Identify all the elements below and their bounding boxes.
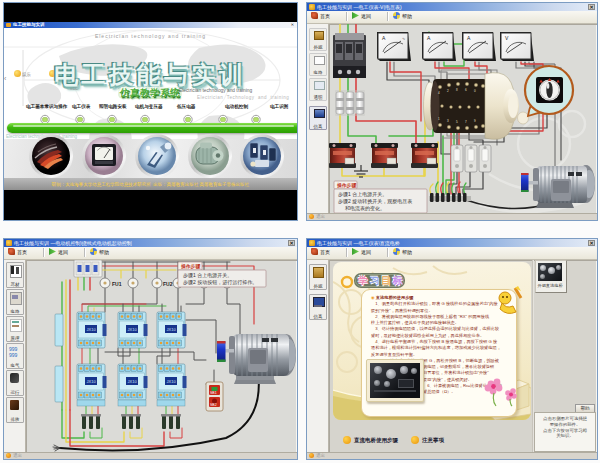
svg-text:步骤1 合上电源开关。: 步骤1 合上电源开关。 [338,191,387,198]
svg-text:操作步骤: 操作步骤 [180,263,200,270]
svg-text:和电流表的变化。: 和电流表的变化。 [345,205,385,212]
svg-text:SB2: SB2 [210,403,217,407]
svg-text:∿: ∿ [402,36,405,41]
svg-text:SB1: SB1 [210,391,217,395]
svg-text:FU1: FU1 [112,281,122,287]
svg-text:操作步骤: 操作步骤 [336,182,356,189]
svg-text:步骤2 旋动转换开关，观察电压表: 步骤2 旋动转换开关，观察电压表 [338,198,412,205]
svg-text:步骤2 按动按钮，进行运行操作。: 步骤2 按动按钮，进行运行操作。 [183,279,257,286]
svg-text:步骤1 合上电源开关。: 步骤1 合上电源开关。 [183,272,232,279]
svg-text:FU2: FU2 [163,281,173,287]
